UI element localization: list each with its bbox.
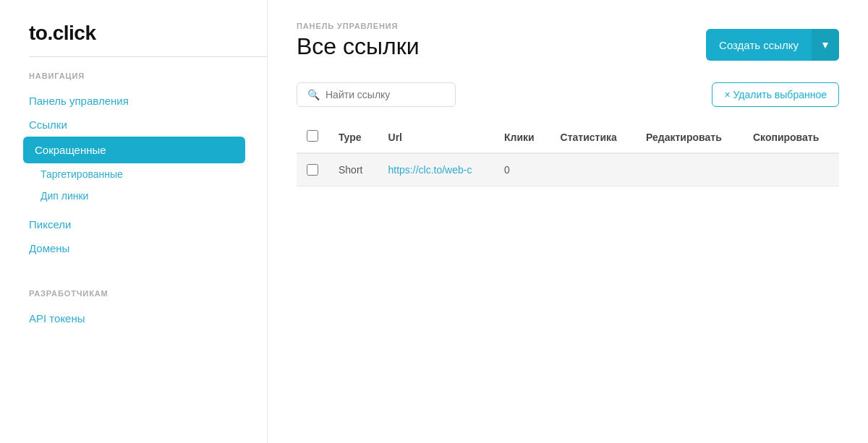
sidebar-divider — [29, 56, 267, 57]
links-table: Type Url Клики Статистика Редактировать … — [297, 121, 839, 186]
breadcrumb: ПАНЕЛЬ УПРАВЛЕНИЯ — [297, 22, 420, 30]
delete-selected-button[interactable]: × Удалить выбранное — [712, 82, 839, 107]
col-url: Url — [378, 121, 494, 153]
col-copy: Скопировать — [743, 121, 839, 153]
col-checkbox — [297, 121, 328, 153]
table-row: Short https://clc.to/web-c 0 — [297, 153, 839, 186]
row-clicks: 0 — [494, 153, 550, 186]
row-edit — [636, 153, 743, 186]
table-body: Short https://clc.to/web-c 0 — [297, 153, 839, 186]
row-copy — [743, 153, 839, 186]
dev-section-label: РАЗРАБОТЧИКАМ — [29, 289, 267, 298]
nav-section: НАВИГАЦИЯ Панель управления Ссылки Сокра… — [29, 72, 267, 260]
sidebar-item-api[interactable]: API токены — [29, 306, 267, 330]
table-wrapper: Type Url Клики Статистика Редактировать … — [297, 121, 839, 186]
sidebar-item-shortened[interactable]: Сокращенные — [23, 137, 245, 163]
sidebar-item-pixels[interactable]: Пиксели — [29, 212, 267, 236]
sidebar-item-links[interactable]: Ссылки — [29, 113, 267, 137]
sidebar-item-domains[interactable]: Домены — [29, 236, 267, 260]
page-title: Все ссылки — [297, 33, 420, 60]
select-all-checkbox[interactable] — [307, 130, 318, 142]
search-box: 🔍 — [297, 82, 456, 107]
row-checkbox[interactable] — [307, 164, 318, 176]
search-icon: 🔍 — [307, 89, 320, 100]
table-header: Type Url Клики Статистика Редактировать … — [297, 121, 839, 153]
logo: to.click — [29, 22, 267, 45]
col-type: Type — [328, 121, 378, 153]
dev-section: РАЗРАБОТЧИКАМ API токены — [29, 289, 267, 330]
row-url-link[interactable]: https://clc.to/web-c — [388, 164, 472, 176]
create-link-label: Создать ссылку — [706, 39, 812, 51]
create-link-arrow[interactable]: ▼ — [812, 29, 839, 61]
search-input[interactable] — [326, 89, 445, 100]
header-titles: ПАНЕЛЬ УПРАВЛЕНИЯ Все ссылки — [297, 22, 420, 60]
row-checkbox-cell — [297, 153, 328, 186]
create-link-button[interactable]: Создать ссылку ▼ — [706, 29, 839, 61]
row-url: https://clc.to/web-c — [378, 153, 494, 186]
header-row: ПАНЕЛЬ УПРАВЛЕНИЯ Все ссылки Создать ссы… — [297, 22, 839, 61]
col-clicks: Клики — [494, 121, 550, 153]
toolbar: 🔍 × Удалить выбранное — [297, 82, 839, 107]
delete-selected-label: × Удалить выбранное — [724, 89, 827, 100]
col-edit: Редактировать — [636, 121, 743, 153]
sidebar: to.click НАВИГАЦИЯ Панель управления Ссы… — [0, 0, 268, 443]
main-content: ПАНЕЛЬ УПРАВЛЕНИЯ Все ссылки Создать ссы… — [268, 0, 868, 443]
sidebar-item-deep[interactable]: Дип линки — [29, 185, 267, 207]
col-statistics: Статистика — [550, 121, 636, 153]
sidebar-item-dashboard[interactable]: Панель управления — [29, 89, 267, 113]
row-type: Short — [328, 153, 378, 186]
row-statistics — [550, 153, 636, 186]
nav-section-label: НАВИГАЦИЯ — [29, 72, 267, 80]
sidebar-item-targeted[interactable]: Таргетированные — [29, 163, 267, 185]
